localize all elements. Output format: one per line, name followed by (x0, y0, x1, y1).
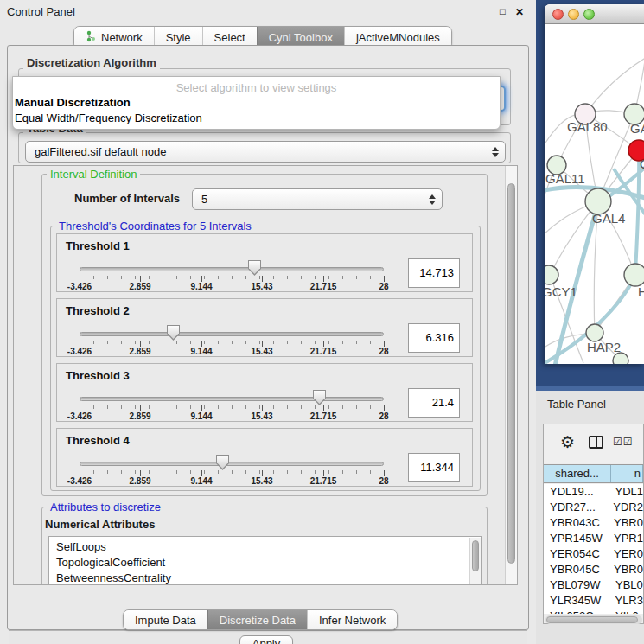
threshold-2-value-field[interactable]: 6.316 (408, 323, 460, 353)
table-horizontal-scrollbar[interactable] (545, 615, 642, 624)
threshold-4-label: Threshold 4 (66, 434, 130, 447)
scrollbar-thumb[interactable] (507, 183, 515, 564)
attributes-group-title: Attributes to discretize (47, 501, 164, 513)
column-header-shared[interactable]: shared... (544, 465, 611, 482)
table-toolbar: ⚙ ☑☑ (544, 424, 643, 463)
algorithm-group-title: Discretization Algorithm (23, 56, 160, 69)
threshold-2-label: Threshold 2 (66, 304, 130, 317)
network-canvas[interactable]: GAL80 GA C GAL11 GAL4 GCY1 H HAP2 (545, 24, 644, 364)
apply-button[interactable]: Apply (239, 635, 293, 644)
threshold-3-slider-handle[interactable] (313, 390, 326, 405)
checkbox-column-icons[interactable]: ☑☑ (613, 436, 634, 448)
numerical-attributes-list[interactable]: SelfLoops TopologicalCoefficient Between… (48, 536, 482, 585)
settings-scroll-area: Interval Definition Number of Intervals … (13, 165, 518, 585)
number-of-intervals-spinner[interactable]: 5 (192, 188, 443, 210)
settings-vertical-scrollbar[interactable] (505, 166, 517, 584)
gear-icon[interactable]: ⚙ (560, 432, 575, 452)
close-icon[interactable]: ✕ (515, 6, 524, 18)
mac-minimize-button[interactable] (568, 9, 579, 20)
svg-text:HAP2: HAP2 (587, 340, 621, 354)
threshold-3-label: Threshold 3 (66, 369, 130, 382)
tab-infer-network[interactable]: Infer Network (307, 610, 397, 629)
table-row[interactable]: YBR043CYBR0 (544, 515, 643, 531)
dropdown-option-manual[interactable]: Manual Discretization (13, 95, 500, 111)
numerical-attributes-label: Numerical Attributes (45, 518, 155, 531)
spinner-stepper-icon (428, 194, 436, 205)
list-item[interactable]: SelfLoops (49, 539, 481, 555)
svg-text:H: H (638, 284, 644, 299)
table-row[interactable]: YLR345WYLR3 (544, 593, 643, 609)
table-row[interactable]: YIL052CYIL0 (544, 609, 643, 614)
network-window: GAL80 GA C GAL11 GAL4 GCY1 H HAP2 (545, 4, 644, 364)
combo-stepper-icon (491, 147, 499, 157)
dropdown-hint: Select algorithm to view settings (13, 80, 500, 95)
panel-title: Control Panel (7, 5, 75, 18)
tab-impute-data[interactable]: Impute Data (124, 610, 207, 629)
svg-text:GAL4: GAL4 (592, 211, 625, 226)
algorithm-dropdown-popup: Select algorithm to view settings Manual… (12, 76, 501, 130)
threshold-2-panel: Threshold 2 -3.4262.8599.14415.4321.7152… (56, 298, 473, 357)
svg-text:GAL80: GAL80 (567, 119, 608, 134)
threshold-4-value-field[interactable]: 11.344 (408, 453, 460, 482)
node-gcy1[interactable] (545, 265, 558, 284)
tab-discretize-data[interactable]: Discretize Data (207, 610, 307, 629)
scrollbar-thumb[interactable] (546, 616, 638, 623)
split-columns-icon[interactable] (589, 436, 603, 449)
number-of-intervals-label: Number of Intervals (74, 192, 180, 205)
table-row[interactable]: YER054CYER0 (544, 546, 643, 562)
network-graph: GAL80 GA C GAL11 GAL4 GCY1 H HAP2 (545, 24, 644, 364)
threshold-1-label: Threshold 1 (66, 239, 130, 252)
svg-text:GA: GA (630, 121, 644, 136)
table-header-row: shared... n (544, 464, 643, 483)
list-scrollbar[interactable] (469, 538, 481, 585)
node-hap2[interactable] (586, 324, 603, 341)
threshold-3-panel: Threshold 3 -3.4262.8599.14415.4321.7152… (56, 363, 473, 422)
threshold-3-value-field[interactable]: 21.4 (408, 388, 460, 418)
threshold-2-slider-track[interactable] (80, 332, 384, 336)
column-header-name[interactable]: n (611, 465, 643, 482)
network-tab-icon (86, 30, 97, 45)
threshold-3-slider-track[interactable] (80, 397, 384, 401)
threshold-1-slider-handle[interactable] (248, 260, 261, 276)
threshold-2-slider-handle[interactable] (167, 325, 180, 341)
table-panel-title: Table Panel (547, 398, 606, 411)
list-item[interactable]: TopologicalCoefficient (49, 555, 481, 571)
table-rows: YDL19...YDL1 YDR27...YDR2 YBR043CYBR0 YP… (544, 484, 643, 614)
table-panel: Table Panel ⚙ ☑☑ shared... n YDL19...YDL… (536, 391, 644, 644)
network-view-frame: GAL80 GA C GAL11 GAL4 GCY1 H HAP2 (536, 0, 644, 391)
mac-zoom-button[interactable] (583, 9, 595, 20)
cyni-bottom-tabs: Impute Data Discretize Data Infer Networ… (123, 609, 398, 630)
threshold-4-slider-handle[interactable] (216, 455, 229, 470)
threshold-4-panel: Threshold 4 -3.4262.8599.14415.4321.7152… (56, 428, 473, 487)
network-window-titlebar[interactable] (545, 4, 644, 24)
application-window: Control Panel □ ✕ Network Style Select C… (0, 0, 644, 644)
svg-text:GCY1: GCY1 (545, 284, 577, 299)
threshold-1-slider-track[interactable] (80, 267, 384, 271)
mac-close-button[interactable] (552, 9, 564, 20)
table-row[interactable]: YBL079WYBL0 (544, 577, 643, 593)
table-row[interactable]: YBR045CYBR0 (544, 562, 643, 577)
table-row[interactable]: YDR27...YDR2 (544, 500, 643, 515)
dropdown-option-equal-width[interactable]: Equal Width/Frequency Discretization (13, 111, 500, 126)
table-row[interactable]: YDL19...YDL1 (544, 484, 643, 500)
list-item[interactable]: BetweennessCentrality (49, 571, 481, 585)
cyni-toolbox-panel: Discretization Algorithm Table Data galF… (7, 45, 529, 630)
control-panel-titlebar: Control Panel □ ✕ (0, 0, 536, 24)
float-window-icon[interactable]: □ (500, 6, 506, 16)
threshold-1-value-field[interactable]: 14.713 (408, 258, 460, 288)
table-data-combobox[interactable]: galFiltered.sif default node (25, 141, 506, 163)
thresholds-group-title: Threshold's Coordinates for 5 Intervals (55, 220, 255, 233)
svg-text:C: C (640, 156, 644, 171)
table-panel-body: ⚙ ☑☑ shared... n YDL19...YDL1 YDR27...YD… (543, 424, 644, 624)
threshold-4-slider-track[interactable] (80, 462, 384, 466)
svg-text:GAL11: GAL11 (545, 171, 585, 186)
interval-group-title: Interval Definition (47, 168, 140, 181)
threshold-1-panel: Threshold 1 -3.4262.8599.14415.4321.7152… (56, 233, 473, 292)
table-row[interactable]: YPR145WYPR1 (544, 531, 643, 546)
node-h[interactable] (624, 264, 644, 286)
apply-strip: Apply (9, 630, 527, 644)
